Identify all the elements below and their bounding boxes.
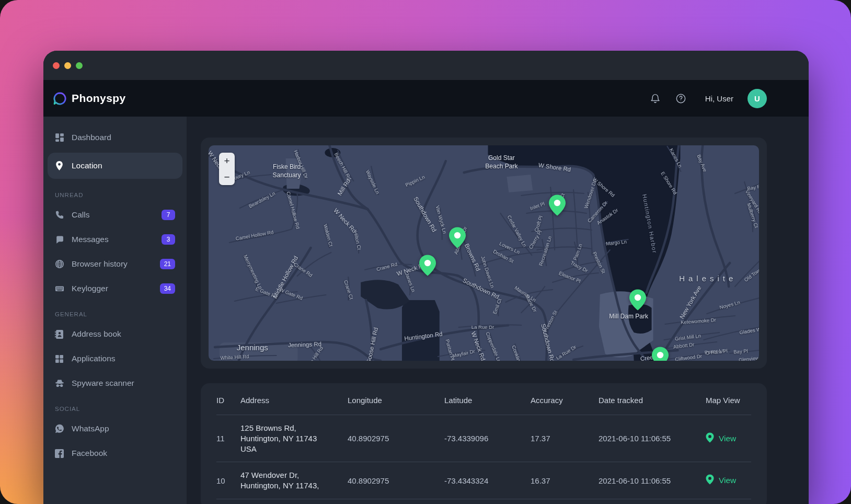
- phone-icon: [55, 210, 65, 220]
- message-icon: [55, 235, 65, 245]
- sidebar-item-address-book[interactable]: Address book: [48, 325, 182, 343]
- table-body: 11125 Browns Rd, Huntington, NY 11743 US…: [216, 415, 751, 499]
- traffic-light-close[interactable]: [53, 62, 60, 69]
- map-location-pin[interactable]: [448, 227, 466, 249]
- sidebar-section-unread: UNREAD: [43, 192, 187, 198]
- keyboard-icon: [55, 284, 65, 294]
- map-view-link[interactable]: View: [706, 474, 751, 487]
- spy-icon: [55, 379, 65, 388]
- view-link-label: View: [719, 434, 736, 443]
- cell-latitude: -73.4339096: [444, 434, 531, 443]
- view-pin-icon: [706, 432, 714, 445]
- cell-date-tracked: 2021-06-10 11:06:55: [599, 476, 706, 485]
- zoom-out-button[interactable]: −: [219, 169, 235, 185]
- sidebar-item-label: WhatsApp: [72, 424, 109, 433]
- map-location-pin[interactable]: [651, 347, 669, 361]
- sidebar-item-label: Spyware scanner: [72, 379, 134, 388]
- map-location-pin[interactable]: [419, 255, 436, 277]
- phonyspy-logo-icon: [53, 91, 67, 106]
- sidebar-item-facebook[interactable]: Facebook: [48, 444, 182, 463]
- location-map[interactable]: Fiske Bird SanctuaryGold Star Beach Park…: [209, 145, 759, 361]
- sidebar-item-label: Facebook: [72, 449, 107, 458]
- unread-count-badge: 3: [162, 234, 175, 245]
- sidebar-item-label: Dashboard: [72, 133, 111, 142]
- map-canvas: [209, 145, 759, 361]
- sidebar-item-keylogger[interactable]: Keylogger34: [48, 279, 182, 298]
- main-panel: Fiske Bird SanctuaryGold Star Beach Park…: [187, 117, 809, 504]
- column-header-longitude: Longitude: [348, 396, 444, 405]
- zoom-in-button[interactable]: +: [219, 153, 235, 169]
- cell-address: 125 Browns Rd, Huntington, NY 11743 USA: [240, 423, 348, 454]
- cell-date-tracked: 2021-06-10 11:06:55: [599, 434, 706, 443]
- sidebar-section-social: SOCIAL: [43, 406, 187, 412]
- map-zoom-control: + −: [219, 153, 235, 185]
- sidebar-item-label: Applications: [72, 354, 116, 363]
- cell-id: 11: [216, 434, 240, 443]
- help-icon[interactable]: [675, 93, 687, 104]
- dashboard-icon: [55, 133, 65, 143]
- sidebar-section-general: GENERAL: [43, 311, 187, 317]
- sidebar-item-label: Keylogger: [72, 284, 108, 293]
- table-row-id-11: 11125 Browns Rd, Huntington, NY 11743 US…: [216, 415, 751, 462]
- facebook-icon: [55, 449, 65, 459]
- location-icon: [55, 161, 65, 171]
- sidebar-item-messages[interactable]: Messages3: [48, 230, 182, 249]
- column-header-latitude: Latitude: [444, 396, 531, 405]
- sidebar-item-applications[interactable]: Applications: [48, 349, 182, 368]
- brand-name: Phonyspy: [72, 92, 126, 105]
- desktop-background: Phonyspy Hi, User U: [0, 0, 851, 504]
- brand-logo: Phonyspy: [53, 91, 126, 106]
- cell-latitude: -73.4343324: [444, 476, 531, 485]
- cell-accuracy: 16.37: [531, 476, 599, 485]
- sidebar-item-label: Browser history: [72, 259, 128, 269]
- map-location-pin[interactable]: [548, 194, 566, 216]
- unread-count-badge: 34: [160, 283, 175, 294]
- table-row-id-10: 1047 Wendover Dr, Huntington, NY 11743,4…: [216, 462, 751, 499]
- sidebar-item-location[interactable]: Location: [48, 153, 182, 179]
- column-header-accuracy: Accuracy: [531, 396, 599, 405]
- sidebar-item-label: Address book: [72, 329, 121, 339]
- column-header-id: ID: [216, 396, 240, 405]
- notifications-bell-icon[interactable]: [650, 93, 661, 104]
- whatsapp-icon: [55, 424, 65, 434]
- column-header-address: Address: [240, 396, 348, 405]
- unread-count-badge: 21: [160, 259, 175, 269]
- map-card: Fiske Bird SanctuaryGold Star Beach Park…: [201, 138, 767, 369]
- header-actions: Hi, User U: [650, 89, 767, 108]
- globe-icon: [55, 259, 65, 269]
- app-window: Phonyspy Hi, User U: [43, 51, 809, 504]
- window-titlebar: [43, 51, 809, 80]
- locations-table-card: IDAddressLongitudeLatitudeAccuracyDate t…: [201, 383, 767, 504]
- sidebar-item-dashboard[interactable]: Dashboard: [48, 128, 182, 147]
- app-header: Phonyspy Hi, User U: [43, 80, 809, 117]
- map-view-link[interactable]: View: [706, 432, 751, 445]
- sidebar-item-whatsapp[interactable]: WhatsApp: [48, 419, 182, 438]
- sidebar-item-calls[interactable]: Calls7: [48, 205, 182, 224]
- view-link-label: View: [719, 476, 736, 485]
- applications-icon: [55, 354, 65, 364]
- traffic-light-zoom[interactable]: [76, 62, 83, 69]
- user-greeting: Hi, User: [705, 94, 733, 103]
- cell-id: 10: [216, 476, 240, 485]
- column-header-map-view: Map View: [706, 396, 751, 405]
- sidebar-item-label: Calls: [72, 210, 89, 220]
- unread-count-badge: 7: [162, 210, 175, 220]
- cell-address: 47 Wendover Dr, Huntington, NY 11743,: [240, 470, 348, 491]
- sidebar-item-spyware-scanner[interactable]: Spyware scanner: [48, 374, 182, 393]
- sidebar-navigation: DashboardLocationUNREADCalls7Messages3Br…: [43, 117, 187, 504]
- view-pin-icon: [706, 474, 714, 487]
- traffic-light-minimize[interactable]: [64, 62, 71, 69]
- content-area: DashboardLocationUNREADCalls7Messages3Br…: [43, 117, 809, 504]
- column-header-date-tracked: Date tracked: [599, 396, 706, 405]
- sidebar-item-label: Messages: [72, 235, 109, 244]
- sidebar-item-browser-history[interactable]: Browser history21: [48, 255, 182, 273]
- map-location-pin[interactable]: [629, 289, 647, 311]
- user-avatar[interactable]: U: [748, 89, 767, 108]
- address-book-icon: [55, 329, 65, 339]
- cell-accuracy: 17.37: [531, 434, 599, 443]
- table-header-row: IDAddressLongitudeLatitudeAccuracyDate t…: [216, 383, 751, 415]
- cell-longitude: 40.8902975: [348, 434, 444, 443]
- sidebar-item-label: Location: [72, 161, 102, 170]
- cell-longitude: 40.8902975: [348, 476, 444, 485]
